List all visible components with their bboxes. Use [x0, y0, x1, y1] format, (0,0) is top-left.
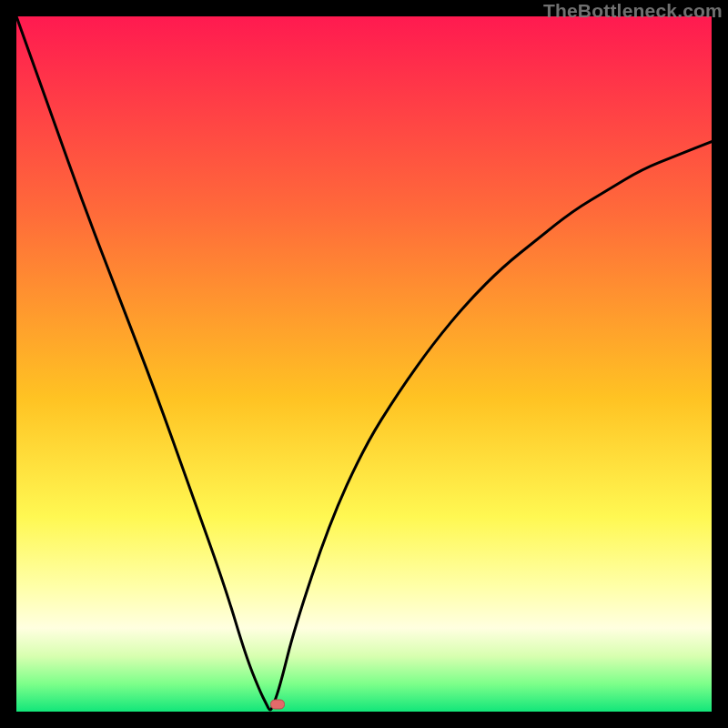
plot-area	[16, 16, 712, 712]
bottleneck-curve	[16, 16, 712, 712]
watermark-text: TheBottleneck.com	[543, 0, 723, 22]
optimal-point-marker	[270, 700, 285, 710]
chart-frame	[13, 13, 715, 715]
